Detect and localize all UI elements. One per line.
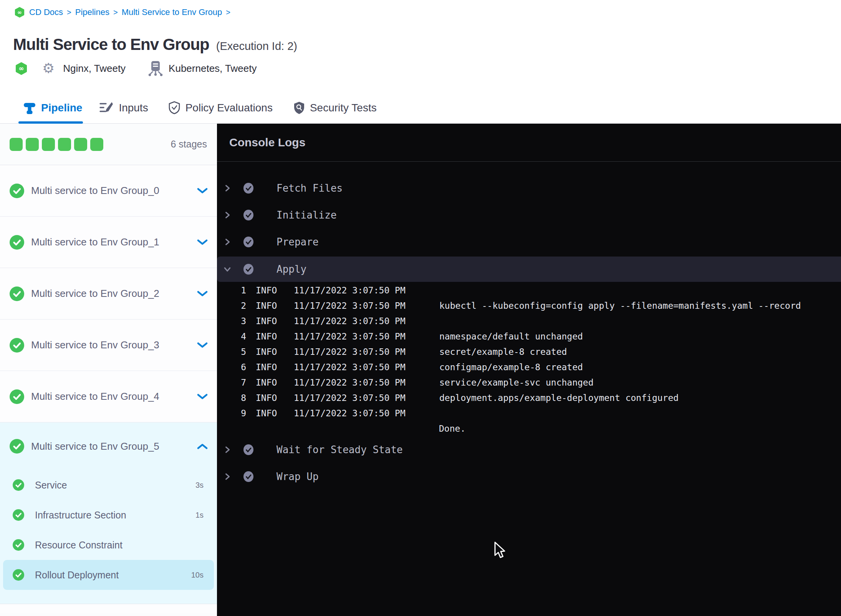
chevron-right-icon[interactable] bbox=[224, 446, 231, 453]
stage-success-square bbox=[42, 138, 55, 151]
log-level: INFO bbox=[256, 362, 277, 372]
stage-row[interactable]: Multi service to Env Group_0 bbox=[0, 165, 217, 217]
console-step-wrap-up[interactable]: Wrap Up bbox=[217, 463, 841, 490]
log-lines: 1 INFO 11/17/2022 3:07:50 PM 2 INFO 11/1… bbox=[217, 283, 841, 421]
breadcrumb-link-cd-docs[interactable]: CD Docs bbox=[29, 7, 63, 17]
breadcrumb-link-pipelines[interactable]: Pipelines bbox=[75, 7, 109, 17]
pipeline-icon bbox=[23, 101, 36, 114]
tab-pipeline[interactable]: Pipeline bbox=[23, 101, 82, 114]
log-level: INFO bbox=[256, 285, 277, 295]
console-header: Console Logs bbox=[217, 124, 841, 162]
tab-security-tests-label: Security Tests bbox=[310, 102, 377, 114]
log-level: INFO bbox=[256, 301, 277, 311]
console-step-fetch-files[interactable]: Fetch Files bbox=[217, 175, 841, 202]
stage-step-row[interactable]: Infrastructure Section 1s bbox=[0, 500, 217, 530]
sidebar-bottom-spacer bbox=[0, 604, 217, 613]
stage-step-row[interactable]: Rollout Deployment 10s bbox=[3, 560, 214, 590]
breadcrumb-link-pipeline-name[interactable]: Multi Service to Env Group bbox=[122, 7, 222, 17]
step-success-icon bbox=[243, 237, 253, 247]
tab-inputs-label: Inputs bbox=[119, 102, 148, 114]
stage-label: Multi service to Env Group_4 bbox=[31, 391, 159, 402]
success-check-icon bbox=[10, 184, 24, 198]
chevron-down-icon[interactable] bbox=[197, 342, 208, 348]
step-name: Wait for Steady State bbox=[276, 444, 403, 455]
step-success-icon bbox=[243, 264, 253, 275]
tab-policy-evaluations[interactable]: Policy Evaluations bbox=[168, 101, 273, 115]
console-step-initialize[interactable]: Initialize bbox=[217, 202, 841, 229]
step-duration: 10s bbox=[191, 571, 204, 580]
step-label: Service bbox=[35, 480, 67, 491]
step-name: Prepare bbox=[276, 236, 319, 248]
step-label: Resource Constraint bbox=[35, 540, 123, 551]
success-check-icon bbox=[10, 338, 24, 353]
stage-row[interactable]: Multi service to Env Group_4 bbox=[0, 371, 217, 422]
success-check-icon bbox=[13, 479, 24, 491]
breadcrumb-separator: > bbox=[113, 8, 118, 17]
tab-inputs[interactable]: Inputs bbox=[99, 101, 148, 114]
stage-step-row[interactable]: Resource Constraint bbox=[0, 530, 217, 560]
step-success-icon bbox=[243, 183, 253, 194]
chevron-down-icon[interactable] bbox=[197, 188, 208, 194]
stage-status-squares bbox=[10, 138, 103, 151]
stage-row[interactable]: Multi service to Env Group_2 bbox=[0, 268, 217, 320]
log-line-number: 9 bbox=[217, 408, 246, 418]
step-label: Infrastructure Section bbox=[35, 510, 126, 521]
success-check-icon bbox=[13, 569, 24, 581]
breadcrumb: ∞ CD Docs > Pipelines > Multi Service to… bbox=[15, 7, 230, 18]
stage-row[interactable]: Multi service to Env Group_3 bbox=[0, 320, 217, 371]
stage-success-square bbox=[26, 138, 39, 151]
tab-policy-evaluations-label: Policy Evaluations bbox=[185, 102, 273, 114]
inputs-icon bbox=[99, 101, 114, 114]
stage-success-square bbox=[10, 138, 23, 151]
log-line: 9 INFO 11/17/2022 3:07:50 PM bbox=[217, 406, 841, 421]
log-line: 2 INFO 11/17/2022 3:07:50 PM kubectl --k… bbox=[217, 298, 841, 313]
log-level: INFO bbox=[256, 378, 277, 387]
log-message: namespace/default unchanged bbox=[439, 331, 583, 341]
tab-security-tests[interactable]: Security Tests bbox=[293, 101, 377, 115]
console-step-wait-for-steady-state[interactable]: Wait for Steady State bbox=[217, 436, 841, 463]
log-line: 6 INFO 11/17/2022 3:07:50 PM configmap/e… bbox=[217, 359, 841, 375]
stage-list: Multi service to Env Group_0 Multi servi… bbox=[0, 165, 217, 422]
stage-label: Multi service to Env Group_3 bbox=[31, 339, 159, 351]
log-line: 5 INFO 11/17/2022 3:07:50 PM secret/exam… bbox=[217, 344, 841, 359]
chevron-down-icon[interactable] bbox=[197, 291, 208, 297]
chevron-right-icon[interactable] bbox=[224, 473, 231, 480]
stage-row[interactable]: Multi service to Env Group_1 bbox=[0, 217, 217, 268]
console-step-prepare[interactable]: Prepare bbox=[217, 229, 841, 255]
chevron-down-icon[interactable] bbox=[197, 239, 208, 245]
breadcrumb-separator: > bbox=[67, 8, 71, 17]
log-level: INFO bbox=[256, 316, 277, 326]
step-name: Fetch Files bbox=[276, 182, 343, 194]
services-label: Nginx, Tweety bbox=[63, 63, 126, 75]
chevron-down-icon[interactable] bbox=[224, 266, 231, 273]
step-success-icon bbox=[243, 444, 253, 455]
log-message: Done. bbox=[439, 424, 465, 434]
step-label: Rollout Deployment bbox=[35, 570, 119, 581]
step-name: Apply bbox=[276, 263, 306, 275]
console-step-apply-expanded[interactable]: Apply bbox=[217, 257, 841, 282]
log-line: 3 INFO 11/17/2022 3:07:50 PM bbox=[217, 313, 841, 329]
stage-count-label: 6 stages bbox=[171, 139, 207, 150]
log-timestamp: 11/17/2022 3:07:50 PM bbox=[294, 408, 406, 418]
chevron-up-icon[interactable] bbox=[197, 443, 208, 449]
execution-meta: ∞ ⚙ Nginx, Tweety Kubernetes, Tweety bbox=[15, 58, 257, 78]
step-name: Initialize bbox=[276, 209, 337, 221]
breadcrumb-separator: > bbox=[226, 8, 230, 17]
step-name: Wrap Up bbox=[276, 471, 319, 482]
tab-pipeline-label: Pipeline bbox=[41, 102, 82, 114]
stage-label: Multi service to Env Group_0 bbox=[31, 185, 159, 197]
log-timestamp: 11/17/2022 3:07:50 PM bbox=[294, 285, 406, 295]
chevron-down-icon[interactable] bbox=[197, 394, 208, 400]
log-level: INFO bbox=[256, 408, 277, 418]
stage-success-square bbox=[58, 138, 71, 151]
policy-shield-check-icon bbox=[168, 101, 180, 115]
chevron-right-icon[interactable] bbox=[224, 238, 231, 245]
log-timestamp: 11/17/2022 3:07:50 PM bbox=[294, 393, 406, 403]
chevron-right-icon[interactable] bbox=[224, 212, 231, 219]
log-message: deployment.apps/example-deployment confi… bbox=[439, 393, 679, 403]
chevron-right-icon[interactable] bbox=[224, 185, 231, 192]
log-line-number: 2 bbox=[217, 301, 246, 311]
log-message: configmap/example-8 created bbox=[439, 362, 583, 372]
stage-row-expanded[interactable]: Multi service to Env Group_5 bbox=[0, 422, 217, 470]
stage-step-row[interactable]: Service 3s bbox=[0, 470, 217, 500]
